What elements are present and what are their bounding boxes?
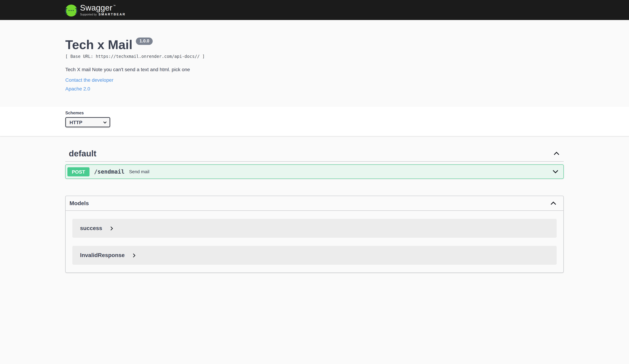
swagger-logo-icon: { ••• } — [65, 4, 77, 16]
opblock-expand-button[interactable] — [552, 168, 559, 175]
logo-brand-text: Swagger — [80, 3, 112, 12]
chevron-right-icon — [110, 226, 113, 231]
operation-summary: Send mail — [129, 169, 552, 174]
logo-tagline-prefix: Supported by — [80, 13, 97, 16]
method-badge-post: POST — [67, 167, 90, 176]
model-row-success[interactable]: success — [72, 219, 557, 238]
models-collapse-button[interactable] — [550, 199, 557, 207]
schemes-label: Schemes — [65, 110, 564, 115]
logo-dots: ••• — [68, 9, 74, 12]
model-name: InvalidResponse — [80, 252, 125, 259]
license-link[interactable]: Apache 2.0 — [65, 86, 90, 91]
topbar: { ••• } Swagger ™ Supported by SMARTBEAR — [0, 0, 629, 20]
chevron-down-icon — [552, 168, 559, 175]
opblock-post-sendmail[interactable]: POST /sendmail Send mail — [65, 165, 564, 179]
models-header[interactable]: Models — [66, 196, 563, 211]
swagger-logo-link[interactable]: { ••• } Swagger ™ Supported by SMARTBEAR — [65, 3, 126, 16]
model-name: success — [80, 225, 102, 231]
models-title: Models — [69, 200, 89, 206]
logo-trademark: ™ — [113, 4, 116, 7]
scheme-select[interactable]: HTTP — [65, 117, 110, 127]
chevron-right-icon — [132, 253, 136, 258]
model-row-invalidresponse[interactable]: InvalidResponse — [72, 246, 557, 265]
chevron-up-icon — [553, 150, 560, 157]
api-description: Tech X mail Note you can't send a text a… — [65, 67, 564, 72]
logo-tagline: Supported by SMARTBEAR — [80, 13, 126, 16]
page-title: Tech x Mail — [65, 39, 133, 51]
tag-title: default — [69, 149, 96, 158]
tag-collapse-button[interactable] — [553, 150, 560, 157]
models-section: Models success InvalidResponse — [65, 196, 564, 273]
scheme-section: Schemes HTTP — [0, 107, 629, 136]
logo-close-brace: } — [75, 7, 79, 14]
tag-section-header-default[interactable]: default — [65, 146, 564, 162]
contact-developer-link[interactable]: Contact the developer — [65, 77, 113, 83]
logo-tagline-brand: SMARTBEAR — [98, 13, 126, 16]
version-badge: 1.0.0 — [136, 38, 153, 45]
chevron-up-icon — [550, 199, 557, 207]
base-url: [ Base URL: https://techxmail.onrender.c… — [65, 54, 564, 59]
info-section: Tech x Mail 1.0.0 [ Base URL: https://te… — [0, 20, 629, 107]
logo-open-brace: { — [64, 7, 68, 14]
operation-path: /sendmail — [94, 168, 125, 175]
